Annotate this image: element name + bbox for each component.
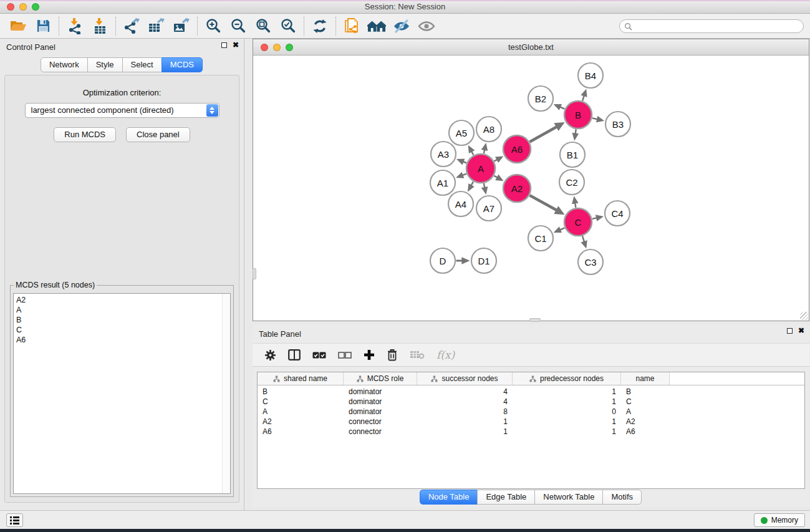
mcds-result-item[interactable]: A — [16, 305, 230, 315]
zoom-out-icon[interactable] — [229, 17, 248, 35]
table-cell[interactable]: dominator — [344, 387, 417, 397]
float-table-panel-icon[interactable] — [787, 328, 793, 334]
table-cell[interactable]: C — [258, 397, 344, 407]
search-box[interactable] — [619, 19, 804, 33]
graph-edge-A2-C[interactable] — [530, 195, 557, 210]
scrollbar-track[interactable] — [222, 294, 230, 493]
float-panel-icon[interactable] — [221, 42, 227, 48]
mcds-result-item[interactable]: B — [16, 315, 230, 325]
splitter-grip-vertical[interactable] — [253, 268, 256, 279]
deselect-all-icon[interactable] — [338, 347, 352, 363]
close-panel-icon[interactable]: ✖ — [233, 42, 239, 48]
zoom-in-icon[interactable] — [204, 17, 223, 35]
table-row[interactable]: Bdominator41B — [258, 387, 804, 397]
table-cell[interactable]: 1 — [513, 387, 621, 397]
export-network-icon[interactable] — [122, 17, 141, 35]
table-cell[interactable]: A — [621, 407, 670, 417]
home-icon[interactable] — [367, 17, 386, 35]
save-session-icon[interactable] — [34, 17, 52, 35]
memory-button[interactable]: Memory — [754, 513, 805, 527]
tab-edge-table[interactable]: Edge Table — [477, 490, 535, 505]
run-mcds-button[interactable]: Run MCDS — [54, 127, 116, 142]
zoom-selected-icon[interactable] — [279, 17, 297, 35]
close-table-panel-icon[interactable]: ✖ — [798, 327, 804, 334]
tab-node-table[interactable]: Node Table — [420, 490, 478, 505]
new-network-from-selection-icon[interactable] — [342, 17, 361, 35]
column-header-successor-nodes[interactable]: successor nodes — [417, 372, 513, 385]
graph-edge-A6-B[interactable] — [529, 127, 557, 142]
table-row[interactable]: A6connector11A6 — [258, 427, 804, 437]
table-row[interactable]: A2connector11A2 — [258, 417, 804, 427]
resize-grip-icon[interactable] — [800, 312, 808, 320]
table-header-row: shared nameMCDS rolesuccessor nodesprede… — [258, 372, 804, 385]
mcds-result-item[interactable]: A2 — [16, 295, 230, 305]
tab-network-table[interactable]: Network Table — [534, 490, 603, 505]
table-cell[interactable]: A — [258, 407, 344, 417]
refresh-icon[interactable] — [311, 17, 329, 35]
close-panel-button[interactable]: Close panel — [126, 127, 190, 142]
table-cell[interactable]: 1 — [417, 417, 513, 427]
export-image-icon[interactable] — [172, 17, 191, 35]
zoom-fit-icon[interactable] — [254, 17, 272, 35]
tab-mcds[interactable]: MCDS — [162, 57, 203, 72]
table-cell[interactable]: 1 — [513, 417, 621, 427]
tab-motifs[interactable]: Motifs — [602, 490, 642, 505]
network-close-button[interactable] — [261, 44, 268, 51]
table-cell[interactable]: 4 — [417, 387, 513, 397]
tab-network[interactable]: Network — [41, 57, 88, 72]
table-cell[interactable]: connector — [344, 427, 417, 437]
import-network-icon[interactable] — [65, 17, 84, 35]
table-cell[interactable]: dominator — [344, 397, 417, 407]
search-input[interactable] — [635, 21, 803, 32]
hide-neighbors-eye-icon[interactable] — [392, 17, 411, 35]
table-row[interactable]: Cdominator41C — [258, 397, 804, 407]
table-cell[interactable]: A6 — [258, 427, 344, 437]
export-table-icon[interactable] — [147, 17, 166, 35]
graph-node-label: A3 — [438, 149, 449, 160]
table-row[interactable]: Adominator80A — [258, 407, 804, 417]
minimize-window-button[interactable] — [19, 3, 27, 11]
network-minimize-button[interactable] — [273, 44, 281, 51]
splitter-grip-horizontal[interactable] — [529, 318, 541, 322]
status-bar: Memory — [0, 510, 810, 529]
control-panel-tabs: Network Style Select MCDS — [0, 57, 244, 72]
add-column-icon[interactable] — [364, 347, 375, 363]
delete-column-icon[interactable] — [387, 347, 398, 363]
table-cell[interactable]: 1 — [417, 427, 513, 437]
column-header-name[interactable]: name — [621, 372, 670, 385]
optimization-criterion-select[interactable]: largest connected component (directed) — [25, 103, 219, 118]
select-all-icon[interactable] — [312, 347, 326, 363]
table-cell[interactable]: C — [621, 397, 670, 407]
table-cell[interactable]: A2 — [258, 417, 344, 427]
column-header-MCDS-role[interactable]: MCDS role — [344, 372, 417, 385]
mcds-result-item[interactable]: C — [16, 325, 230, 335]
open-file-icon[interactable] — [9, 17, 27, 35]
table-settings-gear-icon[interactable] — [264, 347, 276, 363]
show-columns-icon[interactable] — [288, 347, 301, 363]
column-header-predecessor-nodes[interactable]: predecessor nodes — [513, 372, 621, 385]
tab-style[interactable]: Style — [87, 57, 123, 72]
table-cell[interactable]: B — [621, 387, 670, 397]
table-cell[interactable]: connector — [344, 417, 417, 427]
table-cell[interactable]: 4 — [417, 397, 513, 407]
table-panel: Table Panel ✖ f(x) shared nameMCDS rol — [253, 324, 809, 506]
table-cell[interactable]: 1 — [513, 397, 621, 407]
table-cell[interactable]: 0 — [513, 407, 621, 417]
table-cell[interactable]: dominator — [344, 407, 417, 417]
mcds-result-list[interactable]: A2ABCA6 — [13, 293, 231, 494]
network-zoom-button[interactable] — [286, 44, 293, 51]
mcds-result-item[interactable]: A6 — [16, 335, 230, 345]
show-panels-list-button[interactable] — [6, 513, 23, 527]
zoom-window-button[interactable] — [32, 3, 39, 11]
column-header-shared-name[interactable]: shared name — [258, 372, 344, 385]
show-eye-icon[interactable] — [417, 17, 436, 35]
table-cell[interactable]: A2 — [621, 417, 670, 427]
close-window-button[interactable] — [7, 3, 14, 11]
table-cell[interactable]: B — [258, 387, 344, 397]
table-cell[interactable]: 1 — [513, 427, 621, 437]
tab-select[interactable]: Select — [122, 57, 162, 72]
import-table-icon[interactable] — [90, 17, 109, 35]
network-canvas[interactable]: B4B2BB3A5A8A6A3AB1A1A2C2A4A7C4CC1DD1C3 — [253, 56, 809, 321]
table-cell[interactable]: 8 — [417, 407, 513, 417]
table-cell[interactable]: A6 — [621, 427, 670, 437]
